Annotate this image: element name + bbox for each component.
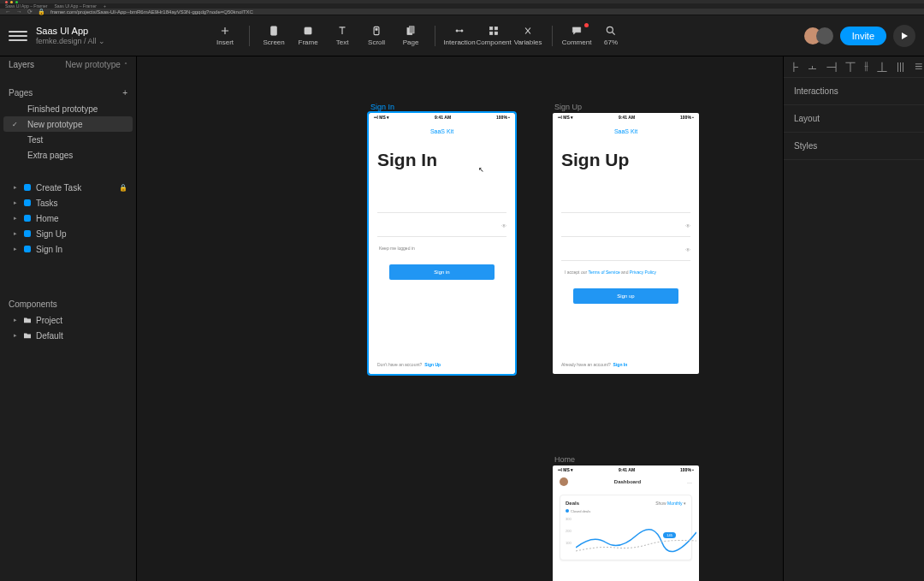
brand-label: SaaS Kit (553, 128, 699, 134)
frame-tool[interactable]: Frame (291, 25, 325, 46)
layer-create-task[interactable]: ▸Create Task🔒 (0, 180, 136, 195)
styles-section[interactable]: Styles (784, 133, 924, 160)
plus-icon (219, 25, 231, 37)
collaborator-avatar[interactable] (816, 27, 833, 44)
checkbox-label[interactable]: Keep me logged in (379, 246, 506, 251)
layer-tasks[interactable]: ▸Tasks (0, 195, 136, 210)
status-bar: ••l MS ▾9:41 AM100% ▪ (553, 113, 699, 122)
project-title-block[interactable]: Saas UI App femke.design / All ⌄ (36, 26, 105, 45)
new-tab-icon[interactable]: + (104, 3, 106, 9)
signup-button[interactable]: Sign up (573, 288, 678, 304)
page-icon (405, 25, 417, 37)
add-page-icon[interactable]: + (122, 88, 127, 98)
lock-icon[interactable]: 🔒 (119, 184, 127, 192)
align-right-icon[interactable]: ⊣ (826, 62, 837, 72)
distribute-v-icon[interactable]: ≡ (915, 62, 922, 72)
component-default[interactable]: ▸Default (0, 328, 136, 343)
toolbar: Insert Screen Frame Text Scroll Page Int… (208, 25, 628, 46)
layers-header: Layers New prototype ˄ (0, 56, 136, 73)
play-icon (900, 32, 909, 40)
svg-rect-8 (489, 27, 493, 29)
right-sidebar: ⊦ ⫠ ⊣ ⊤ ⫲ ⊥ ⫼ ≡ Interactions Layout Styl… (783, 56, 924, 581)
input-field-password[interactable]: 👁 (377, 225, 506, 237)
page-item-finished[interactable]: Finished prototype (0, 101, 136, 116)
artboard-signin[interactable]: ••l MS ▾9:41 AM100% ▪ SaaS Kit Sign In ↖… (369, 113, 515, 374)
search-icon (605, 25, 617, 37)
layer-home[interactable]: ▸Home (0, 210, 136, 226)
status-bar: ••l MS ▾9:41 AM100% ▪ (369, 113, 515, 122)
frame-icon (302, 25, 314, 37)
frame-label-home[interactable]: Home (554, 455, 575, 464)
caret-right-icon: ▸ (14, 199, 19, 206)
screen-title: Sign In (377, 150, 515, 170)
scroll-tool[interactable]: Scroll (359, 25, 394, 46)
input-field-password-confirm[interactable]: 👁 (561, 249, 690, 261)
footer-text: Don't have an account? Sign Up (377, 362, 441, 367)
show-filter[interactable]: Show Monthly ▾ (655, 501, 686, 506)
input-field[interactable] (561, 201, 690, 213)
layer-sign-in[interactable]: ▸Sign In (0, 241, 136, 257)
align-left-icon[interactable]: ⊦ (792, 62, 799, 72)
zoom-tool[interactable]: 67% (594, 25, 628, 46)
frame-icon (24, 246, 31, 252)
page-item-extra[interactable]: Extra pages (0, 147, 136, 163)
avatar-icon[interactable] (560, 477, 568, 486)
address-bar[interactable]: framer.com/projects/Saas-UI-App--bmR6mAE… (50, 9, 919, 15)
caret-right-icon: ▸ (14, 246, 19, 252)
eye-icon[interactable]: 👁 (501, 223, 506, 228)
forward-icon[interactable]: → (16, 9, 22, 15)
signup-link[interactable]: Sign Up (424, 362, 441, 367)
play-button[interactable] (893, 25, 915, 47)
comment-tool[interactable]: Comment (560, 25, 594, 46)
artboard-home[interactable]: ••l MS ▾9:41 AM100% ▪ Dashboard ⋯ Deals … (553, 465, 699, 581)
page-item-test[interactable]: Test (0, 132, 136, 147)
align-top-icon[interactable]: ⊤ (845, 62, 856, 72)
eye-icon[interactable]: 👁 (685, 247, 690, 252)
interactions-section[interactable]: Interactions (784, 78, 924, 105)
variables-tool[interactable]: Variables (511, 25, 545, 46)
deals-card[interactable]: Deals Show Monthly ▾ Closed deals 300 20… (560, 495, 692, 560)
prototype-dropdown[interactable]: New prototype ˄ (65, 60, 127, 69)
components-label: Components (9, 299, 57, 309)
settings-icon[interactable]: ⋯ (687, 479, 692, 485)
invite-button[interactable]: Invite (840, 27, 886, 45)
align-bottom-icon[interactable]: ⊥ (877, 62, 887, 72)
distribute-h-icon[interactable]: ⫼ (896, 62, 906, 72)
chart: 300 200 100 145 (566, 517, 686, 554)
canvas[interactable]: Sign In ••l MS ▾9:41 AM100% ▪ SaaS Kit S… (137, 56, 783, 581)
page-tool[interactable]: Page (394, 25, 428, 46)
align-center-v-icon[interactable]: ⫲ (864, 62, 868, 72)
status-bar: ••l MS ▾9:41 AM100% ▪ (553, 465, 699, 474)
scroll-icon (370, 25, 382, 37)
component-tool[interactable]: Component (477, 25, 511, 46)
menu-icon[interactable] (9, 27, 27, 45)
eye-icon[interactable]: 👁 (685, 223, 690, 228)
zoom-value: 67% (604, 39, 618, 46)
browser-tab[interactable]: Saas UI App – Framer (54, 3, 96, 9)
back-icon[interactable]: ← (5, 9, 11, 15)
align-center-h-icon[interactable]: ⫠ (808, 62, 818, 72)
signin-button[interactable]: Sign in (389, 264, 495, 280)
input-field[interactable] (377, 201, 506, 213)
insert-tool[interactable]: Insert (208, 25, 242, 46)
page-item-new-prototype[interactable]: ✓New prototype (3, 116, 133, 132)
component-project[interactable]: ▸Project (0, 312, 136, 328)
interaction-tool[interactable]: Interaction (442, 25, 477, 46)
frame-label-signin[interactable]: Sign In (370, 103, 394, 111)
artboard-signup[interactable]: ••l MS ▾9:41 AM100% ▪ SaaS Kit Sign Up 👁… (553, 113, 699, 374)
privacy-link[interactable]: Privacy Policy (630, 270, 656, 275)
check-icon: ✓ (12, 121, 18, 128)
signin-link[interactable]: Sign In (613, 362, 628, 367)
frame-icon (24, 230, 31, 237)
layer-sign-up[interactable]: ▸Sign Up (0, 226, 136, 241)
screen-tool[interactable]: Screen (257, 25, 291, 46)
pages-header: Pages + (0, 85, 136, 101)
text-tool[interactable]: Text (325, 25, 359, 46)
folder-icon (24, 317, 31, 323)
input-field-password[interactable]: 👁 (561, 225, 690, 237)
layout-section[interactable]: Layout (784, 105, 924, 133)
reload-icon[interactable]: ⟳ (27, 9, 33, 15)
terms-link[interactable]: Terms of Service (588, 270, 619, 275)
caret-right-icon: ▸ (14, 332, 19, 339)
frame-label-signup[interactable]: Sign Up (554, 103, 582, 111)
